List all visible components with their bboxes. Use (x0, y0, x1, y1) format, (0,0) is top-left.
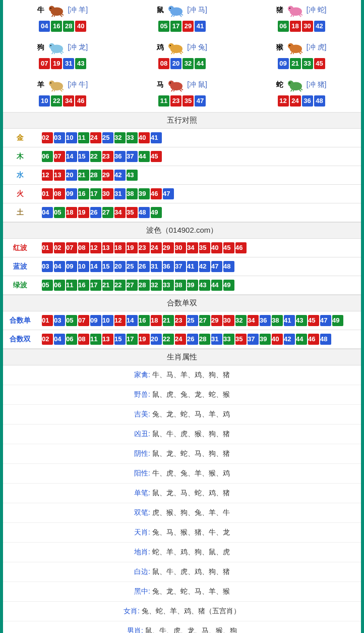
zodiac-clash: [冲 虎] (307, 43, 327, 52)
pig-icon (285, 3, 305, 17)
rat-icon (166, 3, 185, 17)
number-ball: 45 (308, 315, 319, 326)
svg-point-10 (49, 43, 54, 49)
row-label: 蓝波 (3, 257, 37, 276)
row-balls: 06071415222336374445 (37, 147, 361, 166)
attr-key: 单笔: (134, 489, 152, 497)
attr-key: 吉美: (134, 410, 152, 418)
number-ball: 20 (114, 261, 126, 272)
svg-point-17 (289, 45, 290, 46)
number-ball: 15 (78, 151, 89, 162)
number-ball: 29 (163, 242, 174, 253)
number-ball: 07 (66, 242, 77, 253)
table-row: 火0108091617303138394647 (3, 185, 361, 203)
main-panel: 牛[冲 羊]04162840鼠[冲 马]05172941猪[冲 蛇]061830… (0, 0, 364, 633)
number-ball: 22 (163, 334, 174, 345)
number-ball: 15 (102, 261, 113, 272)
number-ball: 44 (211, 280, 222, 291)
number-ball: 23 (175, 315, 186, 326)
number-ball: 32 (235, 315, 247, 326)
ox-icon (46, 3, 66, 17)
number-ball: 20 (66, 170, 77, 181)
number-ball: 36 (163, 261, 174, 272)
number-ball: 01 (42, 315, 53, 326)
number-ball: 47 (211, 261, 222, 272)
row-balls: 05061116172122272832333839434449 (37, 276, 361, 295)
number-ball: 22 (90, 151, 101, 162)
svg-point-23 (170, 82, 171, 83)
number-ball: 46 (235, 242, 247, 253)
number-ball: 40 (139, 132, 150, 143)
number-ball: 11 (66, 280, 77, 291)
svg-point-22 (168, 81, 174, 86)
number-ball: 42 (314, 21, 325, 32)
horse-icon (166, 78, 185, 92)
number-ball: 05 (42, 280, 53, 291)
number-ball: 38 (127, 188, 138, 199)
number-ball: 17 (90, 280, 101, 291)
attr-val: 兔、马、猴、猪、牛、龙 (152, 528, 230, 536)
attr-key: 黑中: (134, 587, 152, 595)
table-row: 土04051819262734354849 (3, 203, 361, 222)
number-ball: 21 (102, 280, 113, 291)
attr-key: 女肖: (124, 607, 142, 615)
number-ball: 36 (114, 151, 126, 162)
zodiac-clash: [冲 龙] (68, 43, 88, 52)
zodiac-cell: 马[冲 鼠]11233547 (123, 75, 242, 112)
zodiac-name: 鸡 (157, 43, 164, 52)
heshu-table: 合数单0103050709101214161821232527293032343… (3, 311, 361, 349)
number-ball: 16 (139, 315, 150, 326)
number-ball: 44 (139, 151, 150, 162)
rooster-icon (166, 40, 185, 55)
attr-val: 牛、马、羊、鸡、狗、猪 (152, 371, 230, 379)
attr-row: 双笔: 虎、猴、狗、兔、羊、牛 (3, 503, 361, 523)
zodiac-balls: 08203244 (123, 58, 242, 70)
zodiac-clash: [冲 兔] (187, 43, 207, 52)
number-ball: 16 (51, 21, 62, 32)
number-ball: 24 (90, 132, 101, 143)
number-ball: 03 (42, 261, 53, 272)
attr-row: 单笔: 鼠、龙、马、蛇、鸡、猪 (3, 484, 361, 503)
number-ball: 22 (51, 95, 62, 107)
attr-key: 阳性: (134, 469, 152, 477)
attr-key: 地肖: (134, 548, 152, 556)
attr-val: 虎、猴、狗、兔、羊、牛 (152, 508, 230, 516)
attr-val: 鼠、龙、马、蛇、鸡、猪 (152, 489, 230, 497)
number-ball: 32 (114, 132, 126, 143)
zodiac-balls: 06183042 (241, 20, 361, 32)
number-ball: 26 (187, 334, 198, 345)
number-ball: 25 (187, 315, 198, 326)
attr-key: 阴性: (134, 449, 152, 457)
number-ball: 08 (78, 242, 89, 253)
row-label: 水 (3, 166, 37, 185)
zodiac-clash: [冲 蛇] (307, 6, 327, 15)
number-ball: 49 (151, 207, 162, 218)
number-ball: 33 (127, 132, 138, 143)
row-label: 绿波 (3, 276, 37, 295)
number-ball: 25 (127, 261, 138, 272)
zodiac-cell: 狗[冲 龙]07193143 (3, 37, 123, 75)
attr-row: 地肖: 蛇、羊、鸡、狗、鼠、虎 (3, 543, 361, 562)
number-ball: 17 (170, 21, 181, 32)
svg-point-4 (168, 6, 174, 12)
zodiac-name: 狗 (37, 43, 44, 52)
number-ball: 40 (211, 242, 222, 253)
number-ball: 28 (90, 170, 101, 181)
attr-val: 蛇、羊、鸡、狗、鼠、虎 (152, 548, 230, 556)
number-ball: 48 (139, 207, 150, 218)
number-ball: 33 (302, 58, 313, 69)
number-ball: 05 (66, 315, 77, 326)
zodiac-balls: 11233547 (123, 95, 242, 107)
row-label: 红波 (3, 239, 37, 257)
number-ball: 48 (314, 95, 325, 107)
row-balls: 04051819262734354849 (37, 203, 361, 222)
number-ball: 47 (163, 188, 174, 199)
number-ball: 06 (278, 21, 289, 32)
bose-table: 红波0102070812131819232429303435404546蓝波03… (3, 239, 361, 295)
number-ball: 39 (187, 280, 198, 291)
number-ball: 10 (78, 261, 89, 272)
table-row: 木06071415222336374445 (3, 147, 361, 166)
attr-val: 鼠、牛、虎、龙、马、猴、狗 (145, 626, 237, 633)
attr-val: 兔、龙、蛇、马、羊、猴 (152, 587, 230, 595)
svg-point-8 (289, 8, 290, 9)
